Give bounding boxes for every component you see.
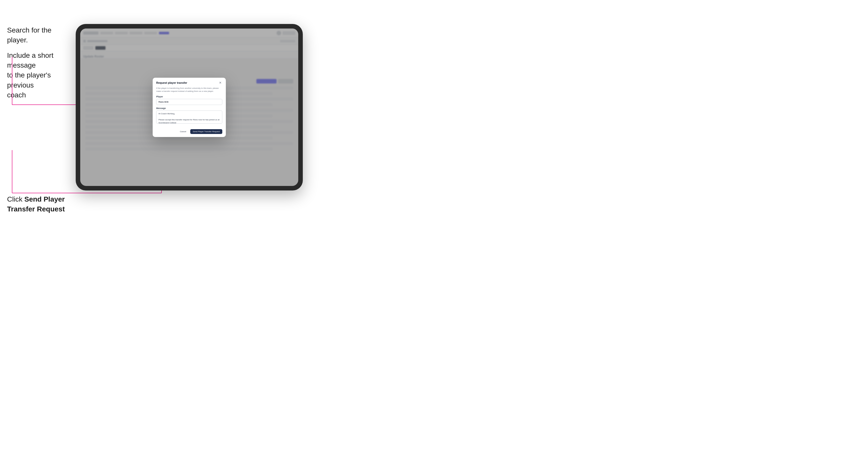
message-textarea[interactable]: Hi Coach McHarg,Please accept this trans…	[156, 111, 222, 124]
player-field-label: Player	[156, 95, 222, 98]
modal-body: Player Rees Britt Message Hi Coach McHar…	[153, 95, 226, 129]
annotation-message-text: Include a short messageto the player's p…	[7, 51, 68, 100]
message-field-label: Message	[156, 107, 222, 110]
tablet-device: Update Roster	[76, 24, 303, 190]
modal-close-button[interactable]: ✕	[218, 81, 222, 85]
message-text-content: Hi Coach McHarg,Please accept this trans…	[158, 113, 219, 124]
modal-title: Request player transfer	[156, 81, 187, 84]
modal-description: If the player is transferring from anoth…	[153, 87, 226, 95]
send-transfer-request-button[interactable]: Send Player Transfer Request	[190, 129, 222, 134]
player-input-value: Rees Britt	[158, 101, 168, 103]
modal-header: Request player transfer ✕	[153, 78, 226, 87]
modal-overlay: Request player transfer ✕ If the player …	[80, 29, 298, 186]
modal-footer: Cancel Send Player Transfer Request	[153, 129, 226, 137]
cancel-button[interactable]: Cancel	[177, 129, 189, 134]
annotation-click-text: Click Send PlayerTransfer Request	[7, 194, 68, 214]
player-search-input[interactable]: Rees Britt	[156, 99, 222, 105]
request-transfer-modal: Request player transfer ✕ If the player …	[153, 78, 226, 137]
annotation-search-text: Search for the player.	[7, 25, 73, 45]
